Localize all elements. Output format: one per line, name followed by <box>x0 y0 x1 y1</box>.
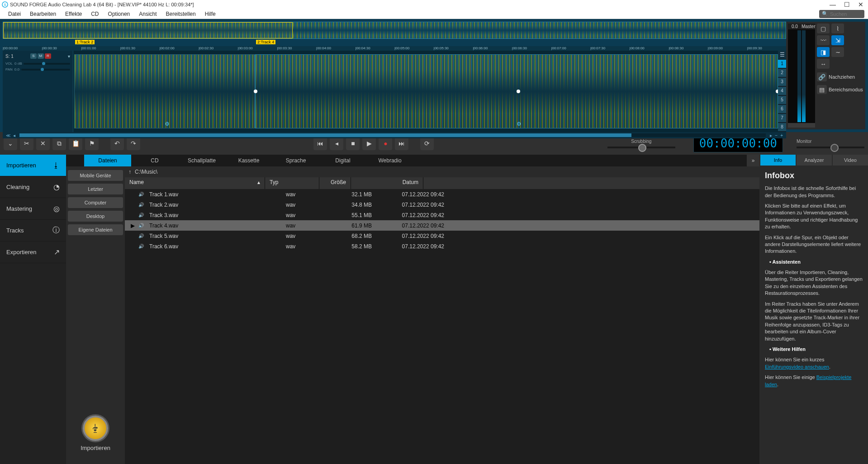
rtab-analyzer[interactable]: Analyzer <box>797 155 832 166</box>
track-marker-2[interactable]: 2:Track 4 <box>256 40 275 44</box>
menu-datei[interactable]: Datei <box>4 11 25 17</box>
mute-button[interactable]: M <box>38 53 44 59</box>
row-play-icon[interactable]: ▶ <box>128 223 137 229</box>
track-canvas[interactable]: ⚙ ⚙ <box>73 51 778 132</box>
file-row[interactable]: 🔊Track 1.wavwav32.1 MB07.12.2022 09:42 <box>125 189 759 199</box>
menu-bearbeiten[interactable]: Bearbeiten <box>25 11 61 17</box>
paste-icon[interactable]: 📋 <box>69 137 82 150</box>
tool-volume-icon[interactable]: ⌇ <box>831 24 844 33</box>
tool-stretch-icon[interactable]: ↔ <box>817 59 830 69</box>
record-icon[interactable]: ● <box>379 137 392 150</box>
volume-slider[interactable] <box>24 63 70 65</box>
lane-7[interactable]: 7 <box>778 114 786 122</box>
scroll-left-icon[interactable]: ◂ <box>12 133 17 138</box>
menu-hilfe[interactable]: Hilfe <box>200 11 220 17</box>
lane-1[interactable]: 1 <box>778 60 786 68</box>
intro-video-link[interactable]: Einführungsvideo anschauen <box>765 364 829 369</box>
object-handle-mid[interactable] <box>517 90 520 93</box>
monitor-control[interactable]: Monitor <box>797 139 864 148</box>
col-typ[interactable]: Typ <box>265 177 319 189</box>
scroll-right-icon[interactable]: ▸ <box>768 133 773 138</box>
marker-flag-icon[interactable]: ⚑ <box>85 137 99 150</box>
menu-effekte[interactable]: Effekte <box>61 11 86 17</box>
nav-tracks[interactable]: Tracks ⓘ <box>0 220 66 241</box>
expand-down-icon[interactable]: ⌄ <box>4 137 17 150</box>
lane-4[interactable]: 4 <box>778 87 786 95</box>
lane-3[interactable]: 3 <box>778 78 786 86</box>
zoom-out-icon[interactable]: − <box>773 133 779 138</box>
menu-bereitstellen[interactable]: Bereitstellen <box>161 11 200 17</box>
loop-icon[interactable]: ⟳ <box>420 137 434 150</box>
menu-search[interactable]: 🔍 <box>819 10 864 18</box>
tab-digital[interactable]: Digital <box>319 155 366 166</box>
col-name[interactable]: Name ▴ <box>125 177 265 189</box>
skip-end-icon[interactable]: ⏭ <box>395 137 408 150</box>
scrubbing-control[interactable]: Scrubbing <box>607 139 675 148</box>
tool-wave-icon[interactable]: 〰 <box>817 35 830 45</box>
audio-object-1[interactable]: ⚙ <box>74 54 255 128</box>
tab-sprache[interactable]: Sprache <box>272 155 319 166</box>
scroll-left-far-icon[interactable]: ≪ <box>5 133 12 138</box>
lane-8[interactable]: 8 <box>778 123 786 131</box>
stop-icon[interactable]: ■ <box>346 137 360 150</box>
file-row[interactable]: ▶🔊Track 4.wavwav61.9 MB07.12.2022 09:42 <box>125 220 759 231</box>
scissors-icon[interactable]: ✂ <box>20 137 33 150</box>
nav-mastering[interactable]: Mastering ◎ <box>0 198 66 220</box>
lane-5[interactable]: 5 <box>778 96 786 104</box>
nav-cleaning[interactable]: Cleaning ◔ <box>0 176 66 198</box>
rtab-video[interactable]: Video <box>833 155 868 166</box>
delete-icon[interactable]: ✕ <box>36 137 50 150</box>
tool-cut-icon[interactable]: ◨ <box>817 47 830 57</box>
loc-mobile[interactable]: Mobile Geräte <box>68 170 123 181</box>
solo-button[interactable]: S <box>30 53 37 59</box>
undo-icon[interactable]: ↶ <box>110 137 124 150</box>
pan-slider[interactable] <box>21 69 70 71</box>
file-row[interactable]: 🔊Track 6.wavwav58.2 MB07.12.2022 09:42 <box>125 241 759 251</box>
master-fader[interactable] <box>788 123 815 128</box>
loc-letzter[interactable]: Letzter <box>68 184 123 194</box>
prev-icon[interactable]: ◂ <box>330 137 343 150</box>
col-size[interactable]: Größe <box>319 177 351 189</box>
tab-dateien[interactable]: Dateien <box>84 155 131 166</box>
timeline-ruler[interactable]: |00:00:00|00:00:30|00:01:00|00:01:30|00:… <box>3 46 786 51</box>
tool-move-icon[interactable]: ⇲ <box>831 35 844 45</box>
tool-env-icon[interactable]: ∼ <box>831 47 844 57</box>
rtab-info[interactable]: Info <box>760 155 796 166</box>
file-row[interactable]: 🔊Track 2.wavwav34.8 MB07.12.2022 09:42 <box>125 199 759 210</box>
tab-webradio[interactable]: Webradio <box>366 155 413 166</box>
minimize-icon[interactable]: — <box>830 1 836 8</box>
object-fx-icon[interactable]: ⚙ <box>165 121 170 127</box>
track-collapse-icon[interactable]: ▾ <box>68 54 70 59</box>
search-input[interactable] <box>830 11 859 17</box>
lane-mode-button[interactable]: ☰ <box>778 51 786 59</box>
object-handle-right[interactable] <box>776 90 778 93</box>
file-row[interactable]: 🔊Track 3.wavwav55.1 MB07.12.2022 09:42 <box>125 210 759 220</box>
object-handle-left[interactable] <box>254 90 257 93</box>
tab-kassette[interactable]: Kassette <box>225 155 272 166</box>
loc-desktop[interactable]: Desktop <box>68 211 123 222</box>
range-icon[interactable]: ▤ <box>817 85 827 94</box>
loc-computer[interactable]: Computer <box>68 197 123 208</box>
track-marker-1[interactable]: 1:Track 2 <box>75 40 95 44</box>
redo-icon[interactable]: ↷ <box>127 137 140 150</box>
object-fx-icon[interactable]: ⚙ <box>517 121 522 127</box>
menu-ansicht[interactable]: Ansicht <box>134 11 161 17</box>
tab-cd[interactable]: CD <box>131 155 178 166</box>
path-bar[interactable]: ↑ C:\Music\ <box>125 166 759 177</box>
close-icon[interactable]: ✕ <box>858 1 863 8</box>
skip-start-icon[interactable]: ⏮ <box>313 137 327 150</box>
menu-optionen[interactable]: Optionen <box>104 11 135 17</box>
lane-6[interactable]: 6 <box>778 105 786 113</box>
file-row[interactable]: 🔊Track 5.wavwav68.2 MB07.12.2022 09:42 <box>125 231 759 241</box>
nav-up-icon[interactable]: ↑ <box>128 169 131 175</box>
menu-cd[interactable]: CD <box>86 11 103 17</box>
tab-schallplatte[interactable]: Schallplatte <box>178 155 225 166</box>
arm-record-button[interactable]: R <box>45 53 51 59</box>
overview-selection[interactable] <box>3 22 293 38</box>
overview-waveform[interactable] <box>3 22 786 39</box>
nav-importieren[interactable]: Importieren ⭳ <box>0 155 66 176</box>
copy-icon[interactable]: ⧉ <box>52 137 66 150</box>
tool-fade-icon[interactable]: ▢ <box>817 24 830 33</box>
lane-2[interactable]: 2 <box>778 69 786 77</box>
loc-eigene[interactable]: Eigene Dateien <box>68 224 123 235</box>
